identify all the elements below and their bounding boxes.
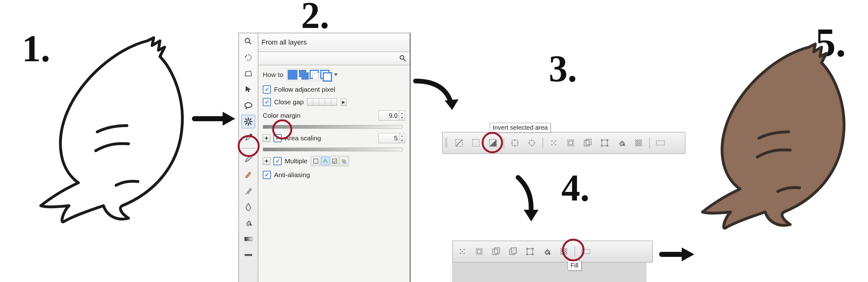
svg-point-0 <box>245 38 250 43</box>
mode-sub-icon[interactable] <box>310 70 319 79</box>
svg-point-65 <box>549 253 550 255</box>
mode-new-icon[interactable] <box>287 70 298 80</box>
perspective-tool-icon[interactable] <box>242 66 255 80</box>
area-scaling-value[interactable]: 5 <box>378 133 399 143</box>
svg-line-8 <box>246 119 247 120</box>
multi-ref-checkbox[interactable] <box>274 157 282 165</box>
clear-selection-icon[interactable] <box>547 136 561 150</box>
mode-dropdown-icon[interactable] <box>334 74 338 76</box>
step-number-3: 3. <box>549 47 577 90</box>
color-margin-label: Color margin <box>263 112 301 119</box>
fill-selection-icon[interactable] <box>540 245 554 258</box>
scale-rotate-icon[interactable] <box>598 136 612 150</box>
rotate-tool-icon[interactable] <box>242 51 255 64</box>
ref-opt-4-icon[interactable] <box>340 157 348 166</box>
svg-rect-16 <box>245 237 252 241</box>
ref-opt-1-icon[interactable] <box>311 157 320 166</box>
color-margin-row: Color margin 9.0 ▲▼ <box>263 111 405 120</box>
ref-opt-3-icon[interactable] <box>330 157 339 166</box>
multi-ref-options[interactable] <box>310 156 349 166</box>
svg-line-1 <box>249 42 251 44</box>
howto-row: How to <box>263 68 405 81</box>
annotation-circle-fill <box>562 239 585 261</box>
color-margin-value[interactable]: 9.0 <box>378 111 399 120</box>
fill-tooltip: Fill <box>567 261 581 271</box>
anti-aliasing-row[interactable]: Anti-aliasing <box>263 171 405 179</box>
svg-point-30 <box>551 140 553 142</box>
area-scaling-spinner[interactable]: ▲▼ <box>399 133 405 143</box>
bucket-tool-icon[interactable] <box>242 216 255 230</box>
svg-line-10 <box>246 123 247 124</box>
mode-intersect-icon[interactable] <box>320 70 330 79</box>
svg-point-43 <box>607 145 608 147</box>
selection-mode-group[interactable] <box>286 68 331 81</box>
tool-properties-panel: From all layers How to Follow adjacent p… <box>238 33 411 282</box>
airbrush-tool-icon[interactable] <box>242 184 255 198</box>
svg-line-2 <box>245 72 246 76</box>
cut-paste-icon[interactable] <box>506 245 520 258</box>
mode-add-icon[interactable] <box>299 70 308 79</box>
lineart-filled <box>696 38 866 239</box>
svg-rect-20 <box>314 159 318 163</box>
new-layer-from-selection-icon[interactable] <box>653 136 667 150</box>
property-header[interactable]: From all layers <box>258 33 409 52</box>
svg-rect-60 <box>527 249 533 254</box>
crop-by-selection-icon[interactable] <box>564 136 578 150</box>
close-gap-row[interactable]: Close gap ▶ <box>263 98 405 106</box>
svg-rect-57 <box>495 248 500 253</box>
gradient-tool-icon[interactable] <box>242 232 255 246</box>
crop-by-selection-icon[interactable] <box>472 245 486 258</box>
area-scaling-slider[interactable] <box>263 148 403 151</box>
svg-rect-29 <box>530 141 534 145</box>
svg-point-63 <box>526 253 528 255</box>
svg-rect-17 <box>245 254 252 256</box>
svg-point-49 <box>460 249 461 250</box>
selection-toolbar <box>442 132 685 154</box>
close-gap-size-picker[interactable] <box>307 98 337 106</box>
close-gap-checkbox[interactable] <box>263 98 271 106</box>
select-all-icon[interactable] <box>469 136 483 150</box>
svg-rect-55 <box>477 250 481 253</box>
anti-aliasing-label: Anti-aliasing <box>274 171 310 179</box>
copy-selection-icon[interactable] <box>581 136 594 150</box>
expand-icon[interactable]: + <box>263 134 270 142</box>
property-gear-row <box>258 52 409 65</box>
move-tool-icon[interactable] <box>242 83 255 96</box>
fill-selection-icon[interactable] <box>615 136 628 150</box>
lasso-tool-icon[interactable] <box>242 98 255 112</box>
svg-line-25 <box>456 140 462 146</box>
expand-icon-2[interactable]: + <box>263 157 270 165</box>
area-scaling-label: Area scaling <box>285 134 321 142</box>
copy-selection-icon[interactable] <box>489 245 503 258</box>
shrink-selection-icon[interactable] <box>508 136 522 150</box>
magic-wand-tool-icon[interactable] <box>242 115 255 129</box>
pen-tool-icon[interactable] <box>242 200 255 214</box>
anti-aliasing-checkbox[interactable] <box>263 171 271 179</box>
expand-selection-icon[interactable] <box>525 136 539 150</box>
line-tool-icon[interactable] <box>242 248 255 262</box>
toolbar-separator <box>504 137 504 148</box>
svg-rect-48 <box>656 141 664 145</box>
close-gap-more-icon[interactable]: ▶ <box>341 98 346 106</box>
svg-point-33 <box>555 144 556 145</box>
multi-ref-label: Multiple <box>285 157 307 165</box>
follow-adjacent-checkbox[interactable] <box>263 85 271 93</box>
toolbar-grip[interactable] <box>445 138 447 148</box>
arrow-2-to-3 <box>411 75 464 116</box>
deselect-icon[interactable] <box>452 136 466 150</box>
settings-gear-icon[interactable] <box>399 54 407 62</box>
clear-selection-icon[interactable] <box>455 245 469 258</box>
tone-selection-icon[interactable] <box>631 136 645 150</box>
color-margin-spinner[interactable]: ▲▼ <box>399 111 405 120</box>
brush-tool-icon[interactable] <box>242 168 255 182</box>
svg-point-14 <box>246 193 247 194</box>
howto-label: How to <box>263 71 283 79</box>
zoom-tool-icon[interactable] <box>242 34 255 48</box>
annotation-circle-invert <box>482 132 503 153</box>
svg-point-34 <box>553 142 554 143</box>
ref-opt-2-icon[interactable] <box>321 157 330 166</box>
follow-adjacent-row[interactable]: Follow adjacent pixel <box>263 85 405 93</box>
scale-rotate-icon[interactable] <box>523 245 537 258</box>
svg-point-53 <box>462 251 463 252</box>
svg-point-51 <box>460 253 461 254</box>
